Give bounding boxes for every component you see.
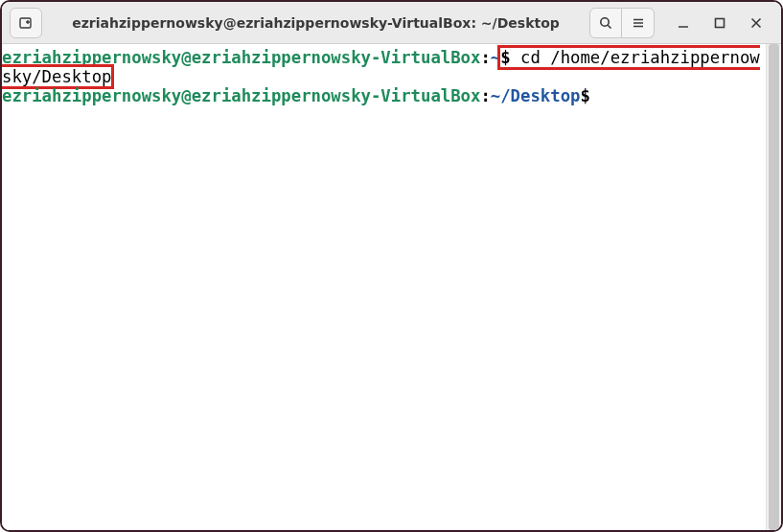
- svg-rect-9: [716, 18, 725, 27]
- close-button[interactable]: [745, 12, 768, 35]
- terminal-line: ezriahzippernowsky@ezriahzippernowsky-Vi…: [2, 48, 766, 86]
- minimize-button[interactable]: [672, 12, 695, 35]
- minimize-icon: [678, 17, 689, 29]
- prompt-user-host: ezriahzippernowsky@ezriahzippernowsky-Vi…: [2, 86, 480, 105]
- scrollbar-thumb[interactable]: [769, 44, 779, 530]
- prompt-sigil: $: [580, 86, 589, 105]
- maximize-icon: [714, 17, 725, 29]
- toolbar-group: [589, 8, 655, 38]
- menu-button[interactable]: [622, 8, 655, 38]
- terminal[interactable]: ezriahzippernowsky@ezriahzippernowsky-Vi…: [2, 44, 766, 530]
- search-button[interactable]: [589, 8, 622, 38]
- command-text: [590, 86, 600, 105]
- window-title: ezriahzippernowsky@ezriahzippernowsky-Vi…: [50, 15, 582, 31]
- search-icon: [598, 15, 613, 31]
- terminal-line: ezriahzippernowsky@ezriahzippernowsky-Vi…: [2, 86, 766, 105]
- close-icon: [750, 17, 762, 29]
- terminal-area: ezriahzippernowsky@ezriahzippernowsky-Vi…: [2, 44, 781, 530]
- svg-rect-0: [20, 18, 31, 28]
- scrollbar[interactable]: [766, 44, 781, 530]
- title-bar: ezriahzippernowsky@ezriahzippernowsky-Vi…: [2, 2, 781, 44]
- prompt-sigil: $: [500, 48, 510, 67]
- svg-line-4: [608, 25, 610, 28]
- window-controls: [672, 12, 768, 35]
- prompt-path: ~/Desktop: [491, 86, 581, 105]
- new-tab-button[interactable]: [10, 8, 42, 38]
- hamburger-icon: [631, 15, 646, 31]
- svg-point-3: [601, 17, 609, 25]
- maximize-button[interactable]: [708, 12, 731, 35]
